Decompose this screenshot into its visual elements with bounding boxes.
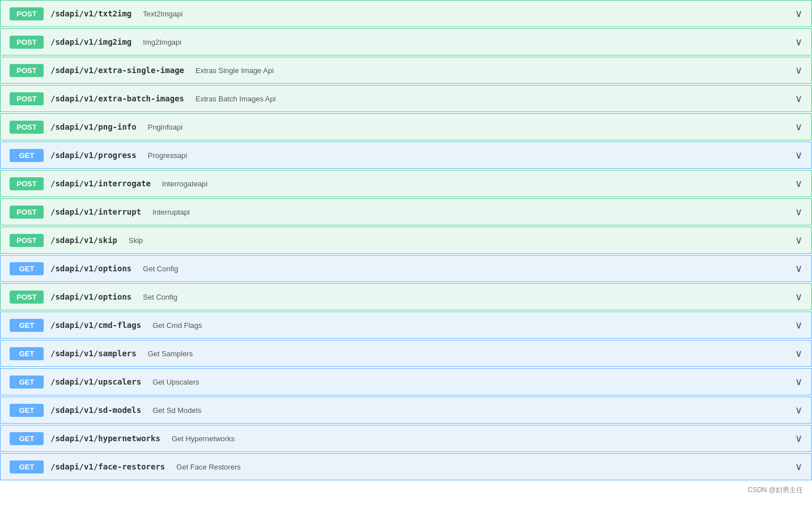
api-path: /sdapi/v1/extra-batch-images [50,94,184,103]
api-description: Skip [129,236,143,245]
api-path: /sdapi/v1/cmd-flags [50,321,141,330]
api-row[interactable]: GET/sdapi/v1/face-restorersGet Face Rest… [0,453,812,480]
api-description: Get Cmd Flags [152,321,202,330]
api-path: /sdapi/v1/skip [50,236,117,245]
api-row[interactable]: GET/sdapi/v1/progressProgressapi∨ [0,142,812,169]
chevron-down-icon: ∨ [795,460,802,473]
chevron-down-icon: ∨ [795,149,802,161]
method-badge: POST [10,7,44,20]
method-badge: POST [10,234,44,247]
chevron-down-icon: ∨ [795,404,802,416]
method-badge: POST [10,36,44,49]
api-path: /sdapi/v1/sd-models [50,406,141,415]
chevron-down-icon: ∨ [795,376,802,388]
chevron-down-icon: ∨ [795,432,802,445]
api-row-left: GET/sdapi/v1/upscalersGet Upscalers [10,376,199,389]
api-row[interactable]: POST/sdapi/v1/optionsSet Config∨ [0,283,812,310]
api-description: Interruptapi [152,208,190,216]
api-description: Get Face Restorers [176,463,240,471]
api-row-left: GET/sdapi/v1/sd-modelsGet Sd Models [10,404,201,417]
api-description: Get Config [143,264,178,273]
method-badge: POST [10,121,44,134]
method-badge: GET [10,262,44,275]
api-description: Get Upscalers [152,378,199,386]
footer-label: CSDN @妇男主任 [747,486,803,494]
api-row[interactable]: POST/sdapi/v1/interrogateInterrogateapi∨ [0,170,812,197]
api-path: /sdapi/v1/face-restorers [50,462,165,471]
api-description: Pnginfoapi [148,123,182,131]
api-list: POST/sdapi/v1/txt2imgText2Imgapi∨POST/sd… [0,0,812,480]
api-row-left: POST/sdapi/v1/interrogateInterrogateapi [10,177,207,190]
api-row[interactable]: POST/sdapi/v1/txt2imgText2Imgapi∨ [0,0,812,27]
api-description: Extras Single Image Api [195,66,274,75]
chevron-down-icon: ∨ [795,36,802,48]
api-row-left: POST/sdapi/v1/optionsSet Config [10,291,177,304]
api-path: /sdapi/v1/interrogate [50,179,151,188]
api-row[interactable]: POST/sdapi/v1/png-infoPnginfoapi∨ [0,113,812,140]
method-badge: POST [10,177,44,190]
api-path: /sdapi/v1/samplers [50,349,137,358]
api-row[interactable]: POST/sdapi/v1/extra-single-imageExtras S… [0,57,812,84]
method-badge: GET [10,347,44,360]
method-badge: GET [10,149,44,162]
chevron-down-icon: ∨ [795,64,802,76]
api-path: /sdapi/v1/txt2img [50,9,131,18]
api-row-left: POST/sdapi/v1/img2imgImg2Imgapi [10,36,181,49]
api-path: /sdapi/v1/upscalers [50,377,141,386]
api-description: Extras Batch Images Api [195,95,276,103]
api-row[interactable]: GET/sdapi/v1/sd-modelsGet Sd Models∨ [0,396,812,424]
api-path: /sdapi/v1/png-info [50,122,137,131]
method-badge: POST [10,206,44,219]
api-description: Progressapi [148,151,187,160]
api-row[interactable]: POST/sdapi/v1/extra-batch-imagesExtras B… [0,85,812,112]
method-badge: POST [10,92,44,105]
api-row-left: POST/sdapi/v1/extra-single-imageExtras S… [10,64,274,77]
api-row[interactable]: GET/sdapi/v1/upscalersGet Upscalers∨ [0,368,812,395]
api-row-left: POST/sdapi/v1/png-infoPnginfoapi [10,121,182,134]
api-path: /sdapi/v1/img2img [50,37,131,46]
api-row-left: GET/sdapi/v1/samplersGet Samplers [10,347,193,360]
api-path: /sdapi/v1/hypernetworks [50,434,160,443]
api-path: /sdapi/v1/options [50,292,131,301]
method-badge: POST [10,291,44,304]
api-row-left: POST/sdapi/v1/skipSkip [10,234,143,247]
api-path: /sdapi/v1/extra-single-image [50,66,184,75]
api-description: Text2Imgapi [143,10,182,18]
api-description: Get Sd Models [152,406,201,415]
chevron-down-icon: ∨ [795,177,802,190]
chevron-down-icon: ∨ [795,347,802,360]
api-description: Get Hypernetworks [172,434,235,443]
api-row-left: GET/sdapi/v1/optionsGet Config [10,262,178,275]
api-row[interactable]: POST/sdapi/v1/interruptInterruptapi∨ [0,198,812,225]
method-badge: GET [10,432,44,445]
api-description: Set Config [143,293,177,301]
api-row[interactable]: POST/sdapi/v1/img2imgImg2Imgapi∨ [0,28,812,56]
api-description: Interrogateapi [162,180,207,188]
chevron-down-icon: ∨ [795,262,802,275]
method-badge: GET [10,319,44,332]
chevron-down-icon: ∨ [795,92,802,105]
api-row[interactable]: GET/sdapi/v1/samplersGet Samplers∨ [0,340,812,367]
api-row-left: GET/sdapi/v1/face-restorersGet Face Rest… [10,460,241,473]
api-row[interactable]: POST/sdapi/v1/skipSkip∨ [0,227,812,254]
api-row[interactable]: GET/sdapi/v1/cmd-flagsGet Cmd Flags∨ [0,312,812,339]
chevron-down-icon: ∨ [795,7,802,20]
method-badge: GET [10,404,44,417]
api-path: /sdapi/v1/interrupt [50,207,141,216]
chevron-down-icon: ∨ [795,234,802,246]
api-row-left: GET/sdapi/v1/progressProgressapi [10,149,187,162]
api-row[interactable]: GET/sdapi/v1/hypernetworksGet Hypernetwo… [0,425,812,452]
chevron-down-icon: ∨ [795,291,802,303]
api-description: Img2Imgapi [143,38,181,46]
api-row-left: GET/sdapi/v1/cmd-flagsGet Cmd Flags [10,319,202,332]
api-path: /sdapi/v1/progress [50,151,137,160]
chevron-down-icon: ∨ [795,121,802,133]
chevron-down-icon: ∨ [795,206,802,218]
chevron-down-icon: ∨ [795,319,802,331]
api-row-left: POST/sdapi/v1/txt2imgText2Imgapi [10,7,182,20]
api-path: /sdapi/v1/options [50,264,131,273]
method-badge: GET [10,460,44,473]
api-row[interactable]: GET/sdapi/v1/optionsGet Config∨ [0,255,812,282]
api-description: Get Samplers [148,349,193,358]
footer: CSDN @妇男主任 [0,481,812,498]
